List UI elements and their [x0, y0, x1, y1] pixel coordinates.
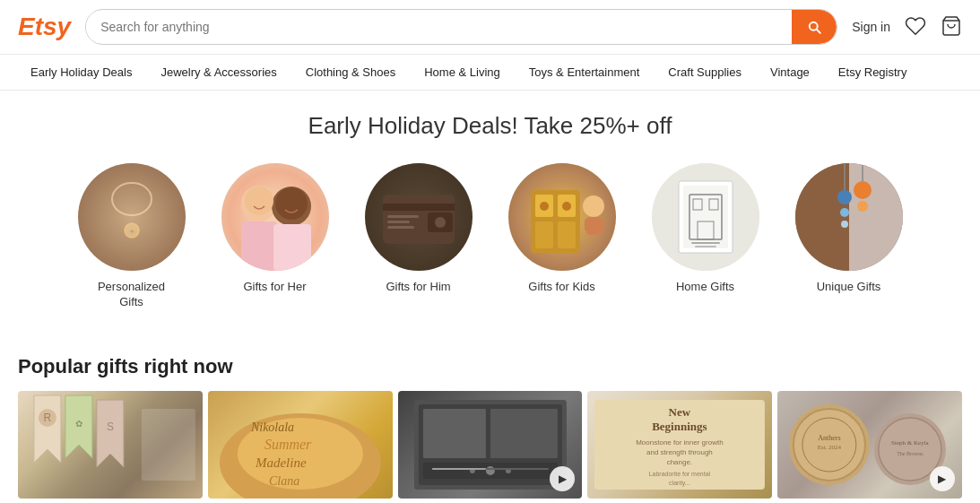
necklace-decoration: ✦ [105, 181, 159, 253]
svg-rect-35 [695, 246, 716, 247]
svg-marker-45 [34, 395, 61, 463]
svg-text:Madeline: Madeline [255, 455, 307, 470]
svg-rect-62 [490, 409, 557, 458]
search-icon [806, 19, 822, 35]
popular-title: Popular gifts right now [18, 355, 962, 378]
svg-point-9 [275, 187, 308, 220]
svg-text:The Browns: The Browns [897, 451, 924, 456]
gift-card-3[interactable]: ▶ [398, 391, 583, 499]
svg-text:S: S [107, 421, 114, 433]
svg-text:Anthers: Anthers [818, 434, 840, 442]
nav-home-living[interactable]: Home & Living [412, 55, 513, 90]
nav-clothing[interactable]: Clothing & Shoes [293, 55, 408, 90]
svg-text:Nikolala: Nikolala [250, 421, 294, 434]
svg-text:Moonstone for inner growth: Moonstone for inner growth [637, 438, 724, 447]
category-personalized[interactable]: ✦ PersonalizedGifts [74, 163, 190, 310]
category-kids-label: Gifts for Kids [528, 280, 594, 295]
svg-rect-21 [558, 221, 576, 248]
him-decoration [365, 163, 473, 271]
svg-text:✦: ✦ [128, 228, 134, 236]
nav-craft[interactable]: Craft Supplies [655, 55, 754, 90]
category-gifts-kids[interactable]: Gifts for Kids [504, 163, 620, 310]
svg-text:Labradorite for mental: Labradorite for mental [649, 471, 711, 477]
category-home-image [652, 163, 759, 271]
svg-text:Beginnings: Beginnings [653, 420, 707, 433]
gift-card-2-image: Nikolala Summer Madeline Clana [208, 391, 393, 499]
svg-point-13 [435, 217, 446, 228]
gift-card-1-image: R ✿ S [18, 391, 203, 499]
svg-point-24 [583, 195, 604, 217]
svg-rect-52 [142, 409, 195, 481]
gift-card-1[interactable]: R ✿ S [18, 391, 203, 499]
svg-point-41 [841, 221, 848, 228]
popular-section: Popular gifts right now R ✿ S [0, 337, 980, 503]
svg-point-64 [485, 466, 494, 475]
svg-point-23 [562, 202, 571, 211]
svg-text:clarity...: clarity... [669, 480, 690, 487]
svg-rect-15 [387, 221, 410, 223]
nav-toys[interactable]: Toys & Entertainment [516, 55, 653, 90]
category-her-label: Gifts for Her [243, 280, 306, 295]
category-personalized-label: PersonalizedGifts [98, 280, 165, 310]
category-gifts-her[interactable]: Gifts for Her [217, 163, 334, 310]
svg-text:New: New [669, 405, 691, 419]
her-decoration [221, 163, 329, 271]
svg-text:✿: ✿ [75, 419, 82, 429]
svg-point-43 [854, 181, 872, 199]
svg-rect-20 [535, 221, 553, 248]
category-unique-image [795, 163, 903, 271]
category-home-gifts[interactable]: Home Gifts [647, 163, 764, 310]
category-home-label: Home Gifts [676, 280, 734, 295]
category-him-image [365, 163, 473, 271]
nav-registry[interactable]: Etsy Registry [826, 55, 920, 90]
kids-decoration [508, 163, 616, 271]
sign-in-link[interactable]: Sign in [852, 20, 890, 34]
svg-text:Summer: Summer [265, 437, 312, 452]
play-button-5[interactable]: ▶ [930, 466, 955, 491]
svg-text:change.: change. [667, 458, 692, 466]
svg-rect-26 [585, 219, 590, 231]
svg-rect-61 [422, 409, 485, 458]
gift-card-2[interactable]: Nikolala Summer Madeline Clana [208, 391, 393, 499]
unique-decoration [795, 163, 903, 271]
svg-rect-37 [849, 163, 903, 271]
wishlist-button[interactable] [905, 15, 926, 39]
category-him-label: Gifts for Him [386, 280, 450, 295]
category-personalized-image: ✦ [78, 163, 186, 271]
category-her-image [221, 163, 329, 271]
category-unique-label: Unique Gifts [817, 280, 881, 295]
header-actions: Sign in [852, 15, 962, 39]
svg-rect-6 [241, 221, 277, 271]
nav-vintage[interactable]: Vintage [758, 55, 822, 90]
logo[interactable]: Etsy [18, 13, 71, 41]
svg-text:Est. 2024: Est. 2024 [818, 444, 842, 451]
category-gifts-him[interactable]: Gifts for Him [360, 163, 477, 310]
svg-point-1 [112, 183, 152, 215]
svg-text:Steph & Keyla: Steph & Keyla [891, 439, 929, 447]
nav-early-holiday[interactable]: Early Holiday Deals [18, 55, 144, 90]
svg-text:R: R [44, 412, 52, 424]
search-input[interactable] [86, 11, 792, 43]
cart-icon [941, 15, 962, 37]
gift-card-5[interactable]: Anthers Est. 2024 Steph & Keyla The Brow… [777, 391, 962, 499]
play-button-3[interactable]: ▶ [550, 466, 575, 491]
search-button[interactable] [792, 10, 837, 44]
svg-rect-11 [383, 204, 455, 211]
nav-jewelry[interactable]: Jewelry & Accessories [148, 55, 289, 90]
svg-rect-16 [387, 226, 414, 229]
gift-card-4[interactable]: New Beginnings Moonstone for inner growt… [587, 391, 772, 499]
svg-text:and strength through: and strength through [646, 448, 713, 456]
svg-rect-36 [795, 163, 849, 271]
heart-icon [905, 15, 926, 37]
category-unique-gifts[interactable]: Unique Gifts [791, 163, 907, 310]
svg-point-8 [245, 186, 273, 215]
cart-button[interactable] [941, 15, 962, 39]
svg-rect-27 [599, 219, 604, 231]
promo-banner: Early Holiday Deals! Take 25%+ off [0, 91, 980, 154]
category-grid: ✦ PersonalizedGifts [0, 154, 980, 337]
svg-marker-47 [97, 400, 124, 467]
home-decoration [652, 163, 759, 271]
svg-rect-34 [691, 242, 720, 244]
svg-point-44 [857, 201, 868, 212]
svg-rect-7 [273, 224, 311, 271]
